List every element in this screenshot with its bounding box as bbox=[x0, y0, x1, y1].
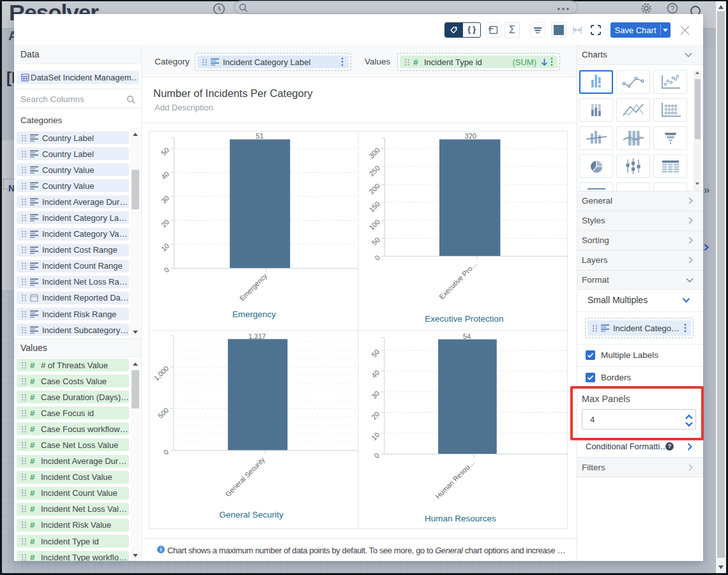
svg-text:0: 0 bbox=[162, 448, 170, 456]
svg-text:40: 40 bbox=[370, 368, 381, 379]
svg-text:1,317: 1,317 bbox=[248, 332, 266, 340]
svg-text:300: 300 bbox=[367, 146, 381, 160]
svg-text:20: 20 bbox=[370, 410, 381, 421]
svg-text:Human Resources: Human Resources bbox=[425, 514, 496, 523]
svg-text:0: 0 bbox=[162, 265, 171, 274]
svg-text:?: ? bbox=[671, 4, 674, 12]
svg-text:200: 200 bbox=[367, 182, 381, 195]
svg-text:500: 500 bbox=[156, 406, 170, 419]
svg-text:40: 40 bbox=[160, 170, 171, 181]
svg-text:0: 0 bbox=[373, 253, 381, 262]
svg-text:Executive Pro…: Executive Pro… bbox=[437, 260, 478, 301]
svg-text:Executive Protection: Executive Protection bbox=[425, 314, 503, 324]
svg-text:10: 10 bbox=[160, 242, 171, 253]
svg-text:Human Resou…: Human Resou… bbox=[434, 458, 476, 500]
svg-text:320: 320 bbox=[465, 132, 476, 140]
svg-text:50: 50 bbox=[160, 146, 171, 157]
svg-text:250: 250 bbox=[367, 164, 381, 177]
svg-text:1,000: 1,000 bbox=[152, 364, 170, 382]
svg-text:150: 150 bbox=[367, 200, 381, 213]
svg-text:General Security: General Security bbox=[219, 510, 284, 519]
svg-text:54: 54 bbox=[463, 332, 471, 340]
svg-text:0: 0 bbox=[372, 451, 381, 459]
svg-text:20: 20 bbox=[160, 218, 171, 228]
svg-text:51: 51 bbox=[256, 132, 264, 140]
svg-text:50: 50 bbox=[370, 235, 381, 246]
svg-text:50: 50 bbox=[370, 348, 381, 359]
svg-text:10: 10 bbox=[370, 431, 381, 442]
svg-text:30: 30 bbox=[370, 389, 381, 400]
svg-text:30: 30 bbox=[160, 194, 171, 205]
svg-text:General Security: General Security bbox=[224, 456, 266, 498]
svg-text:Emergency: Emergency bbox=[232, 310, 277, 319]
svg-text:100: 100 bbox=[367, 218, 381, 231]
svg-text:Emergency: Emergency bbox=[238, 272, 269, 302]
